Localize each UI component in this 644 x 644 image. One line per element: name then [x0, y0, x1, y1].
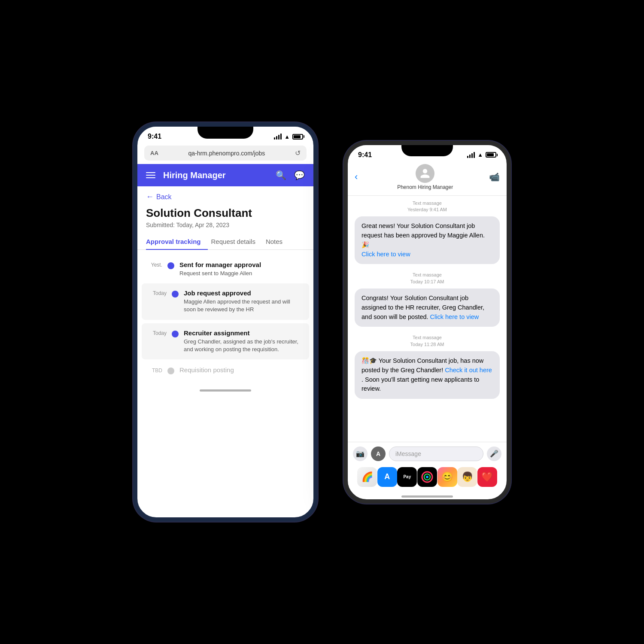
page-subtitle: Submitted: Today, Apr 28, 2023	[137, 221, 313, 234]
tracking-desc-2: Maggie Allen approved the request and wi…	[184, 298, 301, 313]
memoji-icon[interactable]: 👦	[457, 467, 477, 487]
tracking-title-1: Sent for manager approval	[179, 261, 305, 268]
tracking-time-2: Today	[150, 289, 167, 296]
imessage-footer: 📷 A iMessage 🎤 🌈 A Pay	[348, 442, 507, 493]
left-phone: 9:41 ▲ AA qa-hrm.phenompro.com/jobs ↺ Hi…	[133, 122, 318, 522]
signal-bars	[274, 134, 282, 140]
msg-link-1[interactable]: Click here to view	[361, 251, 410, 258]
appstore-icon[interactable]: A	[377, 467, 397, 487]
status-icons-left: ▲	[274, 134, 303, 140]
app-icons-row: 🌈 A Pay 😊 👦 ❤️	[353, 465, 501, 489]
tracking-time-3: Today	[150, 329, 167, 336]
svg-point-2	[426, 476, 428, 478]
tracking-title-3: Recruiter assignment	[184, 329, 301, 337]
applepay-icon[interactable]: Pay	[397, 467, 417, 487]
wifi-icon-right: ▲	[477, 152, 483, 158]
tracking-desc-1: Request sent to Maggie Allen	[179, 270, 305, 277]
input-row: 📷 A iMessage 🎤	[353, 447, 501, 461]
message-input[interactable]: iMessage	[389, 447, 483, 461]
text-size-label[interactable]: AA	[150, 150, 158, 156]
contact-info: Phenom Hiring Manager	[361, 164, 489, 190]
tracking-dot-tbd	[167, 368, 174, 374]
message-group-2: Text massage Today 10:17 AM Congrats! Yo…	[355, 272, 500, 327]
tracking-dot-2	[172, 291, 179, 298]
reload-icon[interactable]: ↺	[295, 149, 301, 157]
faces-icon[interactable]: 😊	[437, 467, 457, 487]
home-bar-right	[401, 495, 453, 498]
tracking-desc-3: Greg Chandler, assigned as the job's rec…	[184, 338, 301, 353]
search-icon[interactable]: 🔍	[276, 170, 286, 180]
tracking-item-2: Today Job request approved Maggie Allen …	[142, 283, 309, 319]
photos-icon[interactable]: 🌈	[357, 467, 377, 487]
wifi-icon: ▲	[284, 134, 290, 140]
home-bar-left	[200, 389, 251, 392]
message-group-3: Text massage Today 11:28 AM 🎊🎓 Your Solu…	[355, 334, 500, 399]
message-group-1: Text massage Yesterday 9:41 AM Great new…	[355, 200, 500, 264]
msg-meta-3: Text massage Today 11:28 AM	[410, 334, 444, 348]
tracking-title-2: Job request approved	[184, 289, 301, 297]
tracking-time-1: Yest.	[146, 261, 162, 268]
tracking-dot-3	[172, 331, 179, 337]
right-phone: 9:41 ▲ ‹ Phenom Hiring Manager	[343, 141, 511, 504]
apps-button[interactable]: A	[371, 447, 386, 461]
msg-bubble-3: 🎊🎓 Your Solution Consultant job, has now…	[355, 351, 500, 399]
back-button-imsg[interactable]: ‹	[355, 171, 358, 182]
signal-bars-right	[467, 152, 475, 158]
voice-button[interactable]: 🎤	[487, 447, 501, 461]
tracking-item-1: Yest. Sent for manager approval Request …	[137, 255, 313, 283]
msg-meta-1: Text massage Yesterday 9:41 AM	[407, 200, 447, 213]
time-left: 9:41	[148, 133, 161, 140]
hamburger-menu[interactable]	[146, 172, 155, 178]
tabs: Approval tracking Request details Notes	[137, 234, 313, 250]
app-header: Hiring Manager 🔍 💬	[137, 164, 313, 186]
battery-icon	[292, 134, 303, 140]
tracking-content-3: Recruiter assignment Greg Chandler, assi…	[184, 329, 301, 353]
msg-meta-2: Text massage Today 10:17 AM	[410, 272, 444, 285]
notch-right	[401, 145, 453, 156]
app-title: Hiring Manager	[163, 170, 268, 180]
url-field[interactable]: qa-hrm.phenompro.com/jobs	[163, 150, 291, 157]
url-bar[interactable]: AA qa-hrm.phenompro.com/jobs ↺	[144, 146, 307, 161]
contact-avatar	[416, 164, 434, 183]
back-button[interactable]: ← Back	[137, 186, 313, 205]
tab-request-details[interactable]: Request details	[211, 234, 262, 249]
chat-icon[interactable]: 💬	[294, 170, 305, 180]
tracking-dot-1	[167, 262, 174, 269]
msg-bubble-2: Congrats! Your Solution Consultant job a…	[355, 289, 500, 327]
tracking-item-3: Today Recruiter assignment Greg Chandler…	[142, 323, 309, 359]
fitness-icon[interactable]	[417, 467, 437, 487]
heart-app-icon[interactable]: ❤️	[477, 467, 497, 487]
status-icons-right: ▲	[467, 152, 496, 158]
messages-area: Text massage Yesterday 9:41 AM Great new…	[348, 196, 507, 442]
imessage-header: ‹ Phenom Hiring Manager 📹	[348, 161, 507, 196]
tracking-title-tbd: Requisition posting	[179, 366, 305, 374]
camera-button[interactable]: 📷	[353, 447, 368, 461]
back-arrow-icon: ←	[146, 192, 154, 201]
tracking-item-tbd: TBD Requisition posting	[137, 359, 313, 382]
tracking-content-2: Job request approved Maggie Allen approv…	[184, 289, 301, 313]
tab-approval-tracking[interactable]: Approval tracking	[146, 234, 208, 249]
tracking-content-tbd: Requisition posting	[179, 366, 305, 375]
page-title: Solution Consultant	[137, 205, 313, 221]
tab-notes[interactable]: Notes	[266, 234, 289, 249]
battery-icon-right	[486, 152, 496, 158]
time-right: 9:41	[358, 151, 372, 159]
notch-left	[197, 127, 253, 139]
tracking-content-1: Sent for manager approval Request sent t…	[179, 261, 305, 277]
header-icons: 🔍 💬	[276, 170, 305, 180]
avatar-icon	[419, 168, 431, 179]
video-call-icon[interactable]: 📹	[489, 172, 500, 182]
msg-link-2[interactable]: Click here to view	[430, 313, 479, 320]
msg-link-3[interactable]: Check it out here	[445, 367, 492, 374]
back-label: Back	[156, 193, 172, 201]
tracking-time-tbd: TBD	[146, 368, 162, 374]
msg-bubble-1: Great news! Your Solution Consultant job…	[355, 216, 500, 264]
contact-name: Phenom Hiring Manager	[361, 184, 489, 190]
tracking-list: Yest. Sent for manager approval Request …	[137, 250, 313, 387]
